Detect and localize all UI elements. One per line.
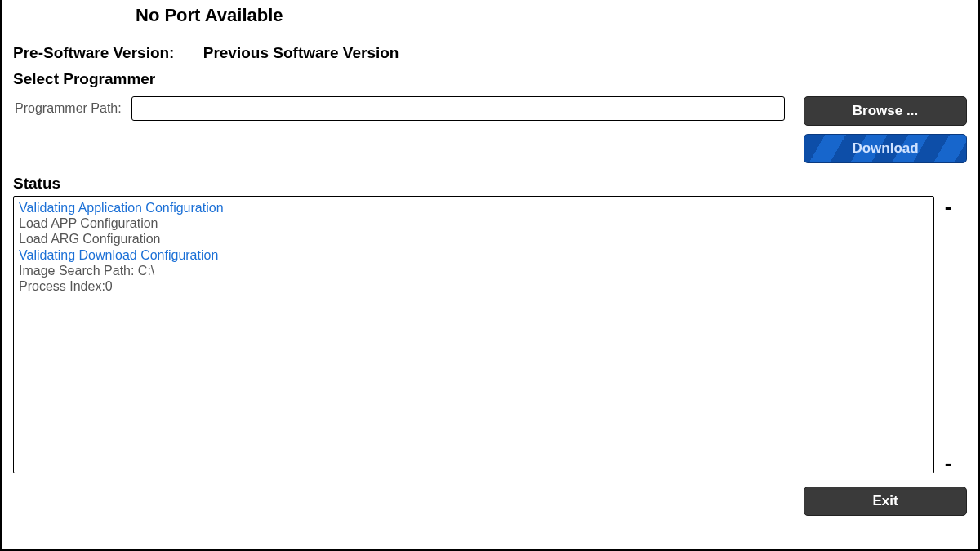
previous-software-version-value: Previous Software Version — [203, 44, 399, 62]
status-scroll-up-icon[interactable]: - — [945, 196, 952, 217]
port-status-title: No Port Available — [136, 5, 967, 26]
status-line: Load ARG Configuration — [19, 231, 929, 247]
status-heading: Status — [13, 175, 967, 193]
programmer-path-input[interactable] — [131, 96, 785, 121]
programmer-path-label: Programmer Path: — [15, 101, 122, 116]
status-line: Load APP Configuration — [19, 216, 929, 231]
status-log[interactable]: Validating Application ConfigurationLoad… — [13, 196, 934, 473]
status-line: Process Index:0 — [19, 278, 929, 294]
status-line: Validating Application Configuration — [19, 200, 929, 216]
download-button[interactable]: Download — [804, 134, 967, 163]
status-scroll-down-icon[interactable]: - — [945, 452, 952, 473]
select-programmer-heading: Select Programmer — [13, 70, 967, 88]
browse-button[interactable]: Browse ... — [804, 96, 967, 126]
status-scroll-markers: - - — [939, 196, 957, 473]
version-row: Pre-Software Version: Previous Software … — [13, 44, 967, 62]
exit-button[interactable]: Exit — [804, 487, 967, 516]
status-line: Validating Download Configuration — [19, 247, 929, 263]
status-line: Image Search Path: C:\ — [19, 263, 929, 278]
pre-software-version-label: Pre-Software Version: — [13, 44, 174, 62]
